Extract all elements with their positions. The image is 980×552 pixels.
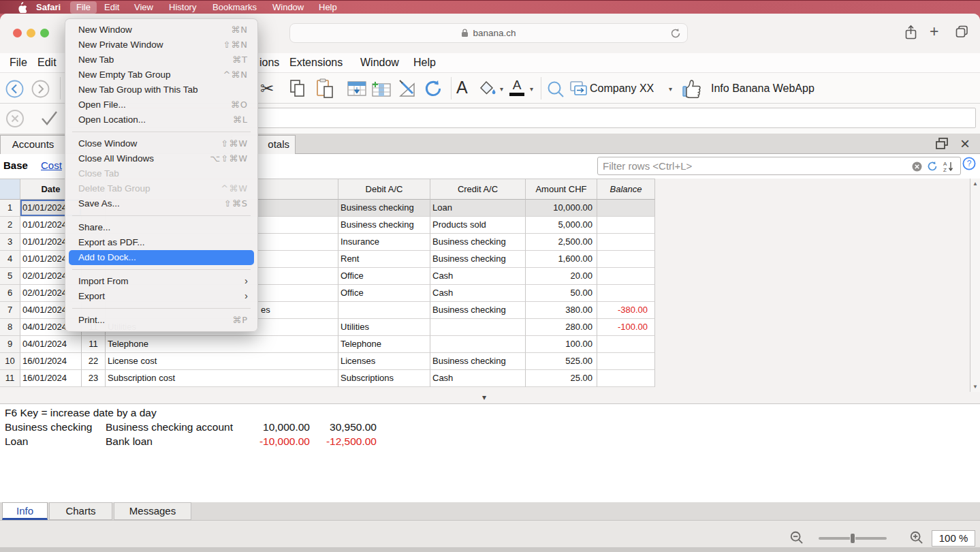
cell-debit[interactable]: Subscriptions — [338, 370, 430, 387]
cell-description[interactable]: Subscription cost — [106, 370, 338, 387]
cell-debit[interactable] — [338, 302, 430, 319]
cell-date[interactable]: 04/01/2024 — [20, 336, 82, 353]
font-color-dropdown-icon[interactable]: ▾ — [530, 85, 533, 93]
zoom-in-icon[interactable] — [910, 531, 924, 545]
zoom-out-icon[interactable] — [790, 531, 804, 545]
cell-rownum[interactable]: 7 — [0, 302, 20, 319]
menu-item-close-window[interactable]: Close Window⇧⌘W — [65, 136, 257, 151]
cell-doc[interactable]: 11 — [82, 336, 106, 353]
recalculate-icon[interactable] — [424, 79, 443, 98]
cell-debit[interactable]: Business checking — [338, 217, 430, 234]
cell-date[interactable]: 16/01/2024 — [20, 370, 82, 387]
cell-balance[interactable] — [597, 336, 655, 353]
menu-item-export[interactable]: Export› — [65, 289, 257, 304]
cell-amount[interactable]: 380.00 — [526, 302, 597, 319]
share-icon[interactable] — [904, 25, 917, 40]
menu-item-print[interactable]: Print...⌘P — [65, 313, 257, 328]
restore-pane-icon[interactable] — [935, 137, 949, 150]
menubar-item-file[interactable]: File — [70, 1, 97, 14]
cell-balance[interactable] — [597, 370, 655, 387]
cell-credit[interactable]: Cash — [430, 268, 526, 285]
cell-debit[interactable]: Licenses — [338, 353, 430, 370]
menu-item-open-location[interactable]: Open Location...⌘L — [65, 112, 257, 127]
add-column-icon[interactable] — [372, 81, 391, 97]
cell-rownum[interactable]: 2 — [0, 217, 20, 234]
insert-rows-icon[interactable] — [347, 81, 366, 97]
confirm-edit-icon[interactable] — [38, 108, 60, 128]
col-header-balance[interactable]: Balance — [597, 179, 655, 200]
menu-item-new-window[interactable]: New Window⌘N — [65, 22, 257, 37]
col-header-rownum[interactable] — [0, 179, 20, 200]
filter-rows-input[interactable] — [598, 157, 960, 174]
app-menu-edit[interactable]: Edit — [37, 53, 57, 72]
cell-credit[interactable]: Business checking — [430, 302, 526, 319]
menubar-item-view[interactable]: View — [128, 1, 159, 14]
font-color-icon[interactable]: A — [509, 78, 524, 96]
cell-credit[interactable] — [430, 319, 526, 336]
company-selector-label[interactable]: Company XX — [590, 73, 654, 104]
clear-filter-icon[interactable] — [912, 162, 922, 172]
fill-color-dropdown-icon[interactable]: ▾ — [500, 85, 503, 93]
menubar-item-window[interactable]: Window — [266, 1, 310, 14]
menu-item-new-tab[interactable]: New Tab⌘T — [65, 52, 257, 67]
back-icon[interactable] — [5, 80, 24, 98]
info-banana-webapp-link[interactable]: Info Banana WebApp — [711, 73, 815, 104]
cell-amount[interactable]: 100.00 — [526, 336, 597, 353]
tab-overview-icon[interactable] — [955, 25, 969, 39]
menu-item-delete-tab-group[interactable]: Delete Tab Group^⌘W — [65, 181, 257, 196]
cell-amount[interactable]: 525.00 — [526, 353, 597, 370]
menu-item-export-as-pdf[interactable]: Export as PDF... — [65, 235, 257, 250]
col-header-amount[interactable]: Amount CHF — [526, 179, 597, 200]
cell-rownum[interactable]: 6 — [0, 285, 20, 302]
cell-debit[interactable]: Insurance — [338, 234, 430, 251]
cell-rownum[interactable]: 9 — [0, 336, 20, 353]
copy-icon[interactable] — [289, 79, 306, 98]
col-header-debit[interactable]: Debit A/C — [338, 179, 430, 200]
cell-rownum[interactable]: 4 — [0, 251, 20, 268]
cell-debit[interactable]: Telephone — [338, 336, 430, 353]
scroll-up-icon[interactable]: ▲ — [970, 181, 980, 187]
sort-filter-icon[interactable]: AZ — [943, 160, 955, 172]
cell-debit[interactable]: Office — [338, 285, 430, 302]
zoom-level-value[interactable]: 100 % — [932, 530, 975, 547]
menu-item-new-empty-tab-group[interactable]: New Empty Tab Group^⌘N — [65, 67, 257, 82]
cell-credit[interactable]: Loan — [430, 200, 526, 217]
cell-credit[interactable] — [430, 336, 526, 353]
minimize-window-button[interactable] — [27, 29, 35, 37]
menubar-item-help[interactable]: Help — [313, 1, 343, 14]
cell-amount[interactable]: 20.00 — [526, 268, 597, 285]
cell-amount[interactable]: 5,000.00 — [526, 217, 597, 234]
cell-balance[interactable] — [597, 217, 655, 234]
cell-balance[interactable] — [597, 234, 655, 251]
forward-icon[interactable] — [31, 80, 50, 98]
menu-item-close-all-windows[interactable]: Close All Windows⌥⇧⌘W — [65, 151, 257, 166]
menu-item-save-as[interactable]: Save As...⇧⌘S — [65, 196, 257, 211]
cell-credit[interactable]: Cash — [430, 370, 526, 387]
font-icon[interactable]: A — [456, 78, 468, 97]
bottom-tab-charts[interactable]: Charts — [49, 502, 112, 520]
col-header-credit[interactable]: Credit A/C — [430, 179, 526, 200]
menu-item-new-tab-group-with-this-tab[interactable]: New Tab Group with This Tab — [65, 82, 257, 97]
vertical-scrollbar[interactable]: ▲ ▼ — [970, 179, 980, 392]
app-menu-help[interactable]: Help — [413, 53, 436, 72]
bottom-tab-messages[interactable]: Messages — [114, 502, 191, 520]
cut-icon[interactable]: ✂ — [260, 79, 274, 98]
cell-amount[interactable]: 1,600.00 — [526, 251, 597, 268]
app-menu-ions[interactable]: ions — [259, 53, 279, 72]
cell-credit[interactable]: Business checking — [430, 234, 526, 251]
switch-company-icon[interactable] — [569, 80, 588, 97]
app-menu-extensions[interactable]: Extensions — [289, 53, 343, 72]
cell-description[interactable]: License cost — [106, 353, 338, 370]
cell-credit[interactable]: Cash — [430, 285, 526, 302]
cell-amount[interactable]: 50.00 — [526, 285, 597, 302]
app-menu-window[interactable]: Window — [360, 53, 399, 72]
chart-design-icon[interactable] — [398, 80, 417, 99]
cell-balance[interactable] — [597, 353, 655, 370]
new-tab-icon[interactable]: + — [930, 22, 938, 41]
cell-amount[interactable]: 25.00 — [526, 370, 597, 387]
cell-amount[interactable]: 2,500.00 — [526, 234, 597, 251]
apple-menu-icon[interactable] — [16, 2, 27, 13]
cell-credit[interactable]: Business checking — [430, 353, 526, 370]
cell-doc[interactable]: 23 — [82, 370, 106, 387]
cell-rownum[interactable]: 10 — [0, 353, 20, 370]
